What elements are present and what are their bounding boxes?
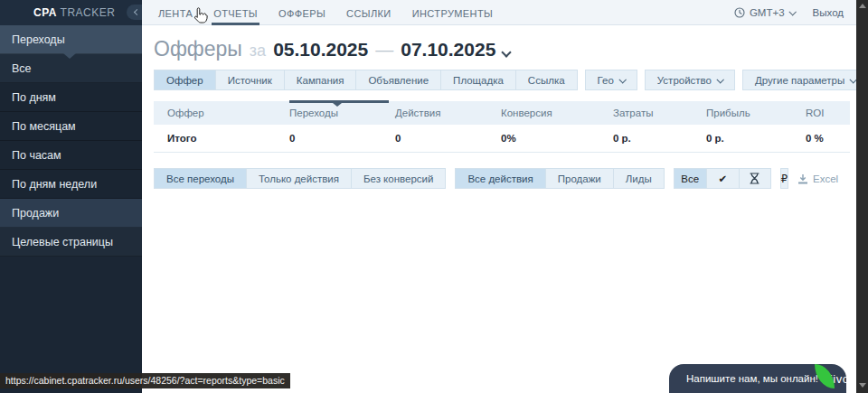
other-params-dropdown-button[interactable]: Другие параметры xyxy=(742,70,868,90)
status-paid-button[interactable]: ₽ xyxy=(780,168,788,189)
sidebar-item-po-dnyam-nedeli[interactable]: По дням недели xyxy=(0,170,142,199)
column-header-dejstviya[interactable]: Действия xyxy=(395,101,501,125)
chevron-left-icon xyxy=(133,9,139,15)
sidebar-item-po-mesyacam[interactable]: По месяцам xyxy=(0,112,142,141)
sales-button[interactable]: Продажи xyxy=(545,168,613,189)
button-label: Объявление xyxy=(368,75,429,86)
nav-item-ssylki[interactable]: ССЫЛКИ xyxy=(346,1,392,24)
dimension-filter-row: Оффер Источник Кампания Объявление Площа… xyxy=(154,70,856,90)
dimension-campaign-button[interactable]: Кампания xyxy=(284,70,356,90)
nav-item-label: ИНСТРУМЕНТЫ xyxy=(412,8,494,19)
nav-item-instrumenty[interactable]: ИНСТРУМЕНТЫ xyxy=(412,1,494,24)
dimension-link-button[interactable]: Ссылка xyxy=(515,70,578,90)
app-logo[interactable]: CPA TRACKER xyxy=(33,6,115,19)
column-header-label: Переходы xyxy=(289,108,338,118)
actions-filter-group: Все действия Продажи Лиды xyxy=(455,168,664,189)
nav-item-label: ССЫЛКИ xyxy=(346,8,392,19)
sidebar-item-label: По часам xyxy=(12,149,61,162)
active-section-notch xyxy=(63,53,76,59)
only-actions-button[interactable]: Только действия xyxy=(246,168,351,189)
column-header-zatraty[interactable]: Затраты xyxy=(613,101,706,125)
totals-pribyl: 0 р. xyxy=(706,125,806,153)
segment-filter-row: Все переходы Только действия Без конверс… xyxy=(154,168,850,189)
report-table-wrap: Оффер Переходы Действия Конверсия Затрат… xyxy=(154,101,850,153)
totals-zatraty: 0 р. xyxy=(613,125,706,153)
geo-dropdown-button[interactable]: Гео xyxy=(585,70,637,90)
column-header-konversiya[interactable]: Конверсия xyxy=(501,101,613,125)
column-header-perekhody[interactable]: Переходы xyxy=(289,101,395,125)
sidebar-item-perekhody[interactable]: Переходы xyxy=(0,25,142,54)
scroll-up-arrow-icon[interactable] xyxy=(859,4,866,8)
nav-item-lenta[interactable]: ЛЕНТА xyxy=(158,1,193,24)
nav-item-otchety[interactable]: ОТЧЕТЫ xyxy=(213,1,258,24)
column-header-pribyl[interactable]: Прибыль xyxy=(706,101,806,125)
logout-link[interactable]: Выход xyxy=(813,7,844,18)
date-picker-chevron-icon[interactable] xyxy=(502,47,512,57)
nav-item-offery[interactable]: ОФФЕРЫ xyxy=(278,1,326,24)
button-label: Все действия xyxy=(467,173,533,184)
totals-label: Итого xyxy=(154,125,289,153)
leads-button[interactable]: Лиды xyxy=(613,168,665,189)
vertical-scrollbar[interactable] xyxy=(856,0,868,393)
sidebar-item-po-chasam[interactable]: По часам xyxy=(0,141,142,170)
export-excel-link[interactable]: Excel xyxy=(797,173,838,184)
all-transitions-button[interactable]: Все переходы xyxy=(154,168,246,189)
check-icon: ✔ xyxy=(718,173,727,185)
button-label: Другие параметры xyxy=(755,75,844,86)
page-title-preposition: за xyxy=(250,42,266,61)
jivo-leaf-icon xyxy=(815,364,835,388)
dimension-offer-button[interactable]: Оффер xyxy=(154,70,215,90)
button-label: Оффер xyxy=(166,75,203,86)
sidebar-item-label: Все xyxy=(12,62,32,75)
dimension-ad-button[interactable]: Объявление xyxy=(355,70,440,90)
totals-roi: 0 % xyxy=(806,125,850,153)
sidebar: CPA TRACKER Переходы Все По дням По меся… xyxy=(0,0,142,393)
device-dropdown-button[interactable]: Устройство xyxy=(645,70,735,90)
chat-widget[interactable]: Напишите нам, мы онлайн! jivo xyxy=(669,364,846,393)
sidebar-item-label: Продажи xyxy=(12,207,59,220)
chevron-down-icon xyxy=(618,76,626,83)
chat-message: Напишите нам, мы онлайн! xyxy=(686,373,818,384)
button-label: Гео xyxy=(598,75,614,86)
button-label: Все xyxy=(681,173,699,184)
table-row-totals: Итого 0 0 0% 0 р. 0 р. 0 % xyxy=(154,125,850,153)
totals-dejstviya: 0 xyxy=(395,125,501,153)
date-from[interactable]: 05.10.2025 xyxy=(273,39,368,61)
sidebar-item-label: По дням xyxy=(12,91,56,104)
dimension-placement-button[interactable]: Площадка xyxy=(440,70,515,90)
nav-items: ЛЕНТА ОТЧЕТЫ ОФФЕРЫ ССЫЛКИ ИНСТРУМЕНТЫ xyxy=(142,1,493,24)
no-conversions-button[interactable]: Без конверсий xyxy=(351,168,446,189)
sidebar-item-celevye-stranicy[interactable]: Целевые страницы xyxy=(0,228,142,257)
status-all-button[interactable]: Все xyxy=(674,168,706,189)
status-pending-button[interactable] xyxy=(739,168,771,189)
dimension-source-button[interactable]: Источник xyxy=(215,70,284,90)
scroll-down-arrow-icon[interactable] xyxy=(859,383,866,388)
dimension-button-group: Оффер Источник Кампания Объявление Площа… xyxy=(154,70,578,90)
report-table: Оффер Переходы Действия Конверсия Затрат… xyxy=(154,101,850,153)
status-filter-group: Все ✔ xyxy=(674,168,771,189)
app-logo-rest: TRACKER xyxy=(61,6,116,19)
button-label: Продажи xyxy=(558,173,601,184)
ruble-icon: ₽ xyxy=(781,173,788,185)
date-to[interactable]: 07.10.2025 xyxy=(401,39,495,61)
nav-item-label: ОТЧЕТЫ xyxy=(213,8,258,19)
button-label: Только действия xyxy=(259,173,339,184)
sidebar-item-label: Переходы xyxy=(12,33,65,46)
top-navigation-bar: ЛЕНТА ОТЧЕТЫ ОФФЕРЫ ССЫЛКИ ИНСТРУМЕНТЫ G… xyxy=(142,0,856,25)
app-logo-bold: CPA xyxy=(33,6,57,19)
column-header-roi[interactable]: ROI xyxy=(806,101,850,125)
clock-icon xyxy=(734,7,745,18)
page-title: Офферы xyxy=(154,37,242,61)
link-url-statusbar: https://cabinet.cpatracker.ru/users/4825… xyxy=(0,373,290,388)
timezone-selector[interactable]: GMT+3 xyxy=(734,7,795,18)
transitions-filter-group: Все переходы Только действия Без конверс… xyxy=(154,168,446,189)
column-header-offer[interactable]: Оффер xyxy=(154,101,289,125)
button-label: Без конверсий xyxy=(363,173,433,184)
sidebar-item-prodazhi[interactable]: Продажи xyxy=(0,199,142,228)
chevron-down-icon xyxy=(788,8,796,15)
sidebar-item-po-dnyam[interactable]: По дням xyxy=(0,83,142,112)
hourglass-icon xyxy=(750,173,760,184)
status-approved-button[interactable]: ✔ xyxy=(706,168,739,189)
all-actions-button[interactable]: Все действия xyxy=(455,168,544,189)
nav-item-label: ЛЕНТА xyxy=(158,8,193,19)
